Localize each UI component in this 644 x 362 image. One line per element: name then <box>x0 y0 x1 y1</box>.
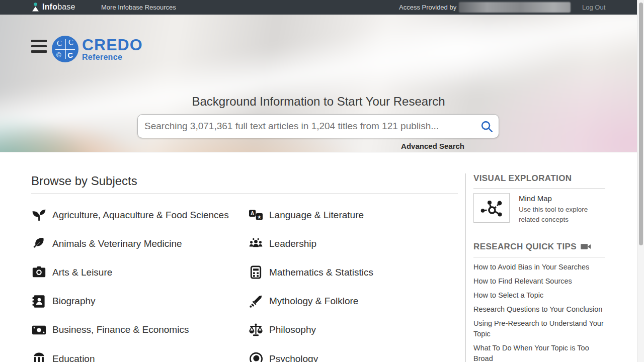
quick-tips-list: How to Avoid Bias in Your Searches How t… <box>473 262 605 362</box>
subject-label: Leadership <box>269 238 316 249</box>
quick-tip-link[interactable]: How to Select a Topic <box>473 290 543 301</box>
top-bar: Infobase More Infobase Resources Access … <box>0 0 644 15</box>
menu-button[interactable] <box>31 39 47 53</box>
logout-link[interactable]: Log Out <box>582 0 605 15</box>
balance-scale-icon <box>248 322 263 337</box>
video-camera-icon <box>580 241 592 252</box>
subject-label: Biography <box>52 296 96 307</box>
subject-agriculture[interactable]: Agriculture, Aquaculture & Food Sciences <box>31 201 243 229</box>
search-input[interactable] <box>138 115 474 138</box>
brain-icon <box>248 351 263 362</box>
visual-exploration-heading: VISUAL EXPLORATION <box>473 173 605 184</box>
more-infobase-resources-link[interactable]: More Infobase Resources <box>101 0 176 15</box>
sword-icon <box>248 294 263 309</box>
quick-tip-link[interactable]: How to Avoid Bias in Your Searches <box>473 262 589 273</box>
research-quick-tips-label: RESEARCH QUICK TIPS <box>473 242 577 252</box>
money-bill-icon <box>31 322 46 337</box>
subject-psychology[interactable]: Psychology <box>248 344 459 362</box>
sidebar-divider <box>465 173 466 362</box>
infobase-logo-text-bold: Info <box>42 3 57 12</box>
sidebar-rule <box>473 257 605 257</box>
mind-map-tool-link[interactable]: Mind Map Use this tool to explore relate… <box>473 193 605 224</box>
research-quick-tips-heading: RESEARCH QUICK TIPS <box>473 241 605 252</box>
mind-map-icon <box>480 198 503 218</box>
svg-text:★: ★ <box>257 214 262 220</box>
subjects-column-2: A★ Language & Literature Leadership Math… <box>248 201 459 362</box>
subject-biography[interactable]: Biography <box>31 287 243 316</box>
subject-label: Philosophy <box>269 324 316 335</box>
subject-label: Education <box>52 353 95 362</box>
advanced-search-link[interactable]: Advanced Search <box>401 142 464 150</box>
quick-tip-item: How to Avoid Bias in Your Searches <box>473 262 605 273</box>
access-provider-redacted <box>459 2 571 13</box>
search-button[interactable] <box>474 115 499 138</box>
subject-language-literature[interactable]: A★ Language & Literature <box>248 201 459 229</box>
subject-mathematics-statistics[interactable]: Mathematics & Statistics <box>248 258 459 287</box>
credo-logo-subtitle: Reference <box>82 53 143 62</box>
sidebar-rule <box>473 188 605 189</box>
infobase-person-icon <box>31 2 40 12</box>
quick-tip-item: How to Find Relevant Sources <box>473 276 605 287</box>
access-provided-group: Access Provided by <box>399 0 571 15</box>
quick-tip-link[interactable]: How to Find Relevant Sources <box>473 276 572 287</box>
subject-label: Agriculture, Aquaculture & Food Sciences <box>52 210 229 221</box>
infobase-logo-text-light: base <box>57 3 75 12</box>
camera-icon <box>31 265 46 280</box>
subject-label: Mathematics & Statistics <box>269 267 373 278</box>
credo-logo[interactable]: C C © C CREDO Reference <box>52 36 143 62</box>
quick-tip-item: How to Select a Topic <box>473 290 605 301</box>
browse-by-subjects-heading: Browse by Subjects <box>31 174 137 188</box>
subject-education[interactable]: Education <box>31 344 243 362</box>
subjects-column-1: Agriculture, Aquaculture & Food Sciences… <box>31 201 243 362</box>
quick-tip-link[interactable]: Using Pre-Research to Understand Your To… <box>473 318 605 339</box>
scrollbar-thumb[interactable] <box>639 3 643 245</box>
quick-tip-link[interactable]: What To Do When Your Topic is Too Broad <box>473 343 605 362</box>
quick-tip-link[interactable]: Research Questions to Your Conclusion <box>473 304 602 315</box>
bank-icon <box>31 351 46 362</box>
seedling-icon <box>31 208 46 223</box>
access-provided-label: Access Provided by <box>399 4 456 11</box>
subject-business-finance[interactable]: Business, Finance & Economics <box>31 316 243 344</box>
quick-tip-item: Using Pre-Research to Understand Your To… <box>473 318 605 339</box>
mind-map-thumbnail <box>473 193 510 223</box>
address-book-icon <box>31 294 46 309</box>
infobase-logo[interactable]: Infobase <box>31 2 75 12</box>
mind-map-title: Mind Map <box>519 194 605 203</box>
subject-label: Mythology & Folklore <box>269 296 358 307</box>
search-icon <box>480 120 494 133</box>
subject-label: Business, Finance & Economics <box>52 324 189 335</box>
subject-mythology-folklore[interactable]: Mythology & Folklore <box>248 287 459 316</box>
mind-map-description: Use this tool to explore related concept… <box>519 205 605 224</box>
language-icon: A★ <box>248 208 263 223</box>
calculator-icon <box>248 265 263 280</box>
hero-banner: C C © C CREDO Reference Background Infor… <box>0 15 644 152</box>
quick-tip-item: What To Do When Your Topic is Too Broad <box>473 343 605 362</box>
page: Infobase More Infobase Resources Access … <box>0 0 644 362</box>
subject-animals-veterinary[interactable]: Animals & Veterinary Medicine <box>31 229 243 258</box>
people-group-icon <box>248 236 263 251</box>
subject-label: Language & Literature <box>269 210 364 221</box>
subject-label: Arts & Leisure <box>52 267 112 278</box>
quick-tip-item: Research Questions to Your Conclusion <box>473 304 605 315</box>
svg-text:A: A <box>250 211 254 216</box>
sidebar: VISUAL EXPLORATION Mind Map Use thi <box>473 173 605 362</box>
subject-philosophy[interactable]: Philosophy <box>248 316 459 344</box>
credo-monogram-icon: C C © C <box>52 36 78 62</box>
hero-heading: Background Information to Start Your Res… <box>141 95 496 109</box>
feather-icon <box>31 236 46 251</box>
scrollbar[interactable] <box>637 0 644 362</box>
search-box <box>137 114 499 138</box>
subject-leadership[interactable]: Leadership <box>248 229 459 258</box>
credo-logo-title: CREDO <box>82 37 143 52</box>
subject-label: Psychology <box>269 353 318 362</box>
browse-heading-divider <box>31 194 458 194</box>
subject-arts-leisure[interactable]: Arts & Leisure <box>31 258 243 287</box>
subject-label: Animals & Veterinary Medicine <box>52 238 182 249</box>
